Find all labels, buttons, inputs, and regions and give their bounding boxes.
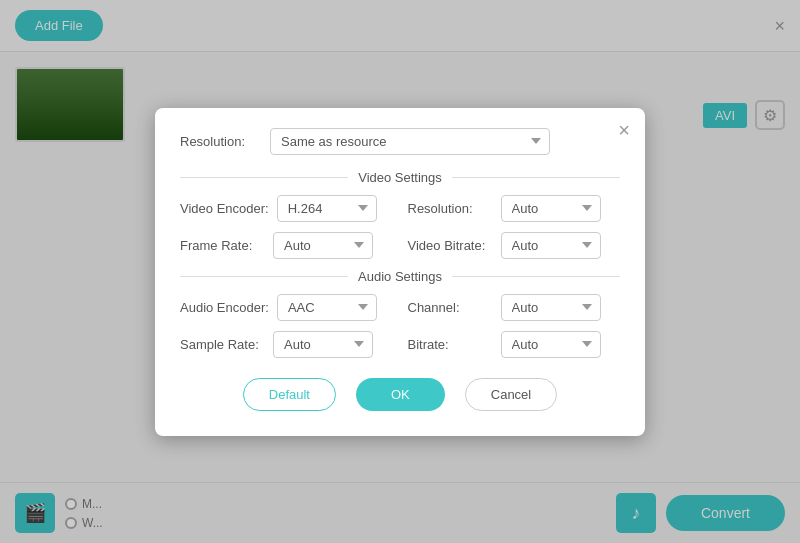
frame-rate-select[interactable]: Auto — [273, 232, 373, 259]
settings-modal: × Resolution: Same as resource Video Set… — [155, 108, 645, 436]
audio-encoder-label: Audio Encoder: — [180, 300, 269, 315]
modal-close-button[interactable]: × — [618, 120, 630, 140]
video-bitrate-select[interactable]: Auto — [501, 232, 601, 259]
bitrate-label: Bitrate: — [408, 337, 493, 352]
resolution-select[interactable]: Same as resource — [270, 128, 550, 155]
divider-left — [180, 177, 348, 178]
sample-rate-select[interactable]: Auto — [273, 331, 373, 358]
audio-settings-divider: Audio Settings — [180, 269, 620, 284]
divider-right — [452, 177, 620, 178]
video-bitrate-item: Video Bitrate: Auto — [408, 232, 621, 259]
channel-item: Channel: Auto — [408, 294, 621, 321]
audio-encoder-item: Audio Encoder: AAC — [180, 294, 393, 321]
video-encoder-label: Video Encoder: — [180, 201, 269, 216]
audio-settings-label: Audio Settings — [358, 269, 442, 284]
cancel-button[interactable]: Cancel — [465, 378, 557, 411]
video-settings-label: Video Settings — [358, 170, 442, 185]
sample-rate-item: Sample Rate: Auto — [180, 331, 393, 358]
video-settings-grid: Video Encoder: H.264 Resolution: Auto Fr… — [180, 195, 620, 259]
channel-label: Channel: — [408, 300, 493, 315]
channel-select[interactable]: Auto — [501, 294, 601, 321]
video-encoder-item: Video Encoder: H.264 — [180, 195, 393, 222]
audio-divider-left — [180, 276, 348, 277]
modal-footer: Default OK Cancel — [180, 378, 620, 411]
bitrate-item: Bitrate: Auto — [408, 331, 621, 358]
bitrate-select[interactable]: Auto — [501, 331, 601, 358]
sample-rate-label: Sample Rate: — [180, 337, 265, 352]
modal-overlay: × Resolution: Same as resource Video Set… — [0, 0, 800, 543]
default-button[interactable]: Default — [243, 378, 336, 411]
resolution2-label: Resolution: — [408, 201, 493, 216]
video-settings-divider: Video Settings — [180, 170, 620, 185]
resolution-label: Resolution: — [180, 134, 270, 149]
resolution2-item: Resolution: Auto — [408, 195, 621, 222]
resolution-row: Resolution: Same as resource — [180, 128, 620, 155]
video-encoder-select[interactable]: H.264 — [277, 195, 377, 222]
audio-settings-grid: Audio Encoder: AAC Channel: Auto Sample … — [180, 294, 620, 358]
frame-rate-label: Frame Rate: — [180, 238, 265, 253]
resolution2-select[interactable]: Auto — [501, 195, 601, 222]
frame-rate-item: Frame Rate: Auto — [180, 232, 393, 259]
ok-button[interactable]: OK — [356, 378, 445, 411]
video-bitrate-label: Video Bitrate: — [408, 238, 493, 253]
audio-encoder-select[interactable]: AAC — [277, 294, 377, 321]
audio-divider-right — [452, 276, 620, 277]
app-background: Add File × AVI ⚙ 🎬 M... W... — [0, 0, 800, 543]
